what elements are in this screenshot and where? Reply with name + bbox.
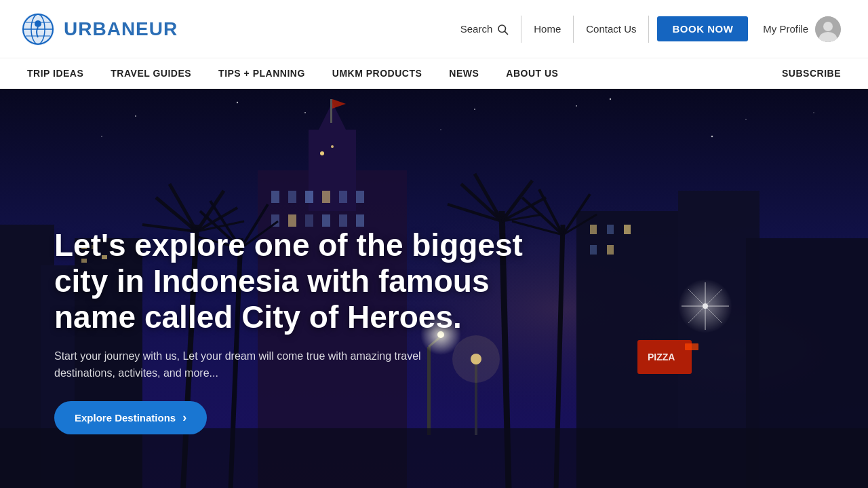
avatar-icon xyxy=(815,16,841,42)
hero-title: Let's explore one of the biggest city in… xyxy=(54,227,529,335)
hero-content: Let's explore one of the biggest city in… xyxy=(54,227,529,434)
contact-label: Contact Us xyxy=(586,23,636,35)
svg-point-10 xyxy=(823,22,833,31)
nav-item-umkm-products[interactable]: UMKM PRODUCTS xyxy=(319,58,436,89)
search-label: Search xyxy=(460,23,493,35)
subscribe-button[interactable]: SUBSCRIBE xyxy=(768,68,854,79)
avatar xyxy=(815,16,841,42)
arrow-icon: › xyxy=(182,411,186,425)
header-right-nav: Search Home Contact Us BOOK NOW My Profi… xyxy=(448,16,848,43)
nav-item-travel-guides[interactable]: TRAVEL GUIDES xyxy=(97,58,205,89)
explore-destinations-button[interactable]: Explore Destinations › xyxy=(54,401,207,434)
search-trigger[interactable]: Search xyxy=(448,16,522,43)
hero-section: PIZZA Let's explore one of the biggest c… xyxy=(0,89,868,488)
nav-item-news[interactable]: NEWS xyxy=(435,58,492,89)
nav-item-trip-ideas[interactable]: TRIP IDEAS xyxy=(14,58,97,89)
book-now-button[interactable]: BOOK NOW xyxy=(657,16,748,41)
profile-label: My Profile xyxy=(763,23,808,35)
home-label: Home xyxy=(534,23,561,35)
logo-globe-icon xyxy=(20,12,56,47)
hero-subtitle: Start your journey with us, Let your dre… xyxy=(54,348,427,382)
search-icon xyxy=(496,23,509,35)
contact-nav-link[interactable]: Contact Us xyxy=(574,16,649,43)
explore-btn-label: Explore Destinations xyxy=(75,412,176,424)
nav-item-tips-planning[interactable]: TIPS + PLANNING xyxy=(205,58,319,89)
logo-wordmark: URBANEUR xyxy=(64,18,178,40)
home-nav-link[interactable]: Home xyxy=(521,16,574,43)
svg-line-8 xyxy=(505,31,508,34)
main-navbar: TRIP IDEAS TRAVEL GUIDES TIPS + PLANNING… xyxy=(0,58,868,88)
logo-link[interactable]: URBANEUR xyxy=(20,12,178,47)
my-profile-nav[interactable]: My Profile xyxy=(756,16,848,43)
site-header: URBANEUR Search Home Contact Us BO xyxy=(0,0,868,89)
header-top-row: URBANEUR Search Home Contact Us BO xyxy=(0,0,868,58)
nav-item-about-us[interactable]: ABOUT US xyxy=(492,58,572,89)
svg-point-6 xyxy=(35,20,41,27)
